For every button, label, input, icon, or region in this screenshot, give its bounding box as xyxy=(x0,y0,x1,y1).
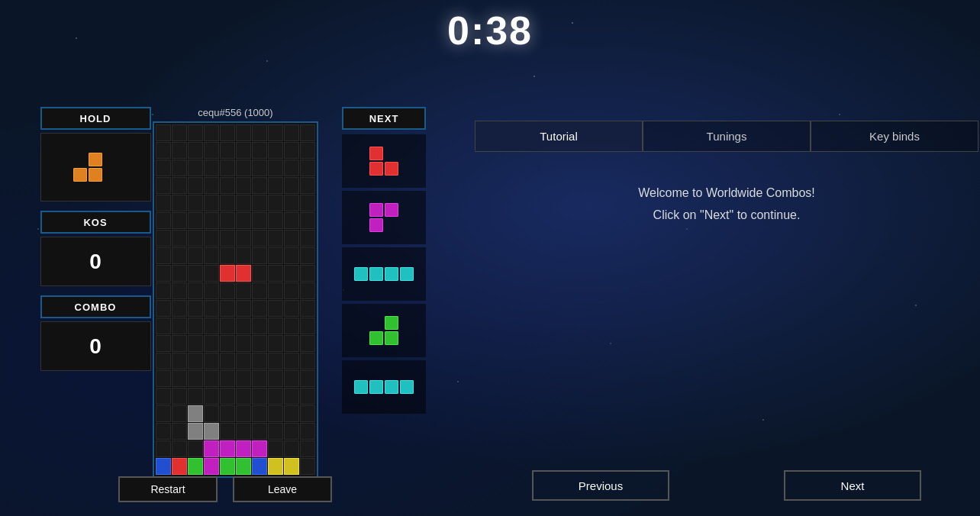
board-cell xyxy=(252,265,267,282)
next-button[interactable]: Next xyxy=(784,470,921,501)
board-cell xyxy=(188,265,203,282)
board-cell xyxy=(220,300,235,317)
board-cell xyxy=(156,195,171,211)
board-cell xyxy=(156,282,171,299)
board-cell xyxy=(220,282,235,299)
board-cell xyxy=(268,300,283,317)
board-cell xyxy=(252,335,267,352)
board-cell xyxy=(268,440,283,457)
board-cell xyxy=(300,370,315,387)
board-cell xyxy=(204,265,219,282)
board-cell xyxy=(172,458,187,475)
board-cell xyxy=(284,212,299,229)
board-cell xyxy=(300,247,315,264)
board-cell xyxy=(172,370,187,387)
board-cell xyxy=(284,370,299,387)
board-cell xyxy=(188,124,203,141)
board-cell xyxy=(220,212,235,229)
board-cell xyxy=(268,405,283,422)
board-cell xyxy=(204,195,219,211)
board-cell xyxy=(252,282,267,299)
board-cell xyxy=(284,405,299,422)
board-cell xyxy=(156,318,171,334)
board-cell xyxy=(236,212,251,229)
board-cell xyxy=(284,265,299,282)
board-cell xyxy=(268,335,283,352)
board-cell xyxy=(236,282,251,299)
board-cell xyxy=(204,405,219,422)
board-cell xyxy=(252,212,267,229)
board-cell xyxy=(204,458,219,475)
board-cell xyxy=(156,423,171,440)
board-cell xyxy=(220,124,235,141)
restart-button[interactable]: Restart xyxy=(118,476,218,502)
board-cell xyxy=(172,388,187,405)
previous-button[interactable]: Previous xyxy=(532,470,669,501)
board-cell xyxy=(236,423,251,440)
board-cell xyxy=(220,142,235,159)
board-cell xyxy=(300,423,315,440)
board-cell xyxy=(172,300,187,317)
board-cell xyxy=(236,440,251,457)
tab-tunings[interactable]: Tunings xyxy=(643,121,811,151)
board-cell xyxy=(284,353,299,369)
board-cell xyxy=(220,423,235,440)
hold-piece-area xyxy=(40,133,151,202)
tab-tutorial[interactable]: Tutorial xyxy=(475,121,643,151)
board-cell xyxy=(252,405,267,422)
board-cell xyxy=(268,423,283,440)
board-cell xyxy=(268,282,283,299)
board-cell xyxy=(300,265,315,282)
board-cell xyxy=(268,142,283,159)
board-cell xyxy=(236,458,251,475)
board-cell xyxy=(172,247,187,264)
board-cell xyxy=(188,230,203,247)
board-cell xyxy=(252,353,267,369)
board-cell xyxy=(188,318,203,334)
board-cell xyxy=(284,388,299,405)
board-cell xyxy=(188,282,203,299)
board-cell xyxy=(188,160,203,176)
board-cell xyxy=(204,247,219,264)
board-cell xyxy=(204,335,219,352)
board-cell xyxy=(188,458,203,475)
board-cell xyxy=(300,388,315,405)
board-cell xyxy=(252,423,267,440)
tab-keybinds[interactable]: Key binds xyxy=(811,121,978,151)
board-cell xyxy=(172,282,187,299)
board-cell xyxy=(252,160,267,176)
board-cell xyxy=(172,405,187,422)
board-cell xyxy=(236,230,251,247)
board-cell xyxy=(236,124,251,141)
board-cell xyxy=(220,160,235,176)
next-panel: NEXT xyxy=(342,107,434,417)
board-cell xyxy=(156,177,171,194)
board-cell xyxy=(236,247,251,264)
board-cell xyxy=(220,230,235,247)
leave-button[interactable]: Leave xyxy=(233,476,332,502)
board-cell xyxy=(252,458,267,475)
board-cell xyxy=(188,300,203,317)
board-cell xyxy=(204,177,219,194)
board-cell xyxy=(204,423,219,440)
board-cell xyxy=(252,177,267,194)
board-cell xyxy=(284,300,299,317)
board-cell xyxy=(156,142,171,159)
board-cell xyxy=(220,440,235,457)
board-cell xyxy=(156,124,171,141)
board-cell xyxy=(188,423,203,440)
board-cell xyxy=(236,388,251,405)
tutorial-content: Welcome to Worldwide Combos! Click on "N… xyxy=(475,152,978,257)
board-cell xyxy=(172,195,187,211)
board-cell xyxy=(156,300,171,317)
next-piece-1 xyxy=(342,134,426,188)
board-cell xyxy=(252,124,267,141)
board-cell xyxy=(300,177,315,194)
board-cell xyxy=(188,212,203,229)
board-cell xyxy=(300,300,315,317)
board-cell xyxy=(236,405,251,422)
board-cell xyxy=(284,458,299,475)
board-cell xyxy=(236,353,251,369)
hold-label: HOLD xyxy=(40,107,151,130)
board-cell xyxy=(268,230,283,247)
